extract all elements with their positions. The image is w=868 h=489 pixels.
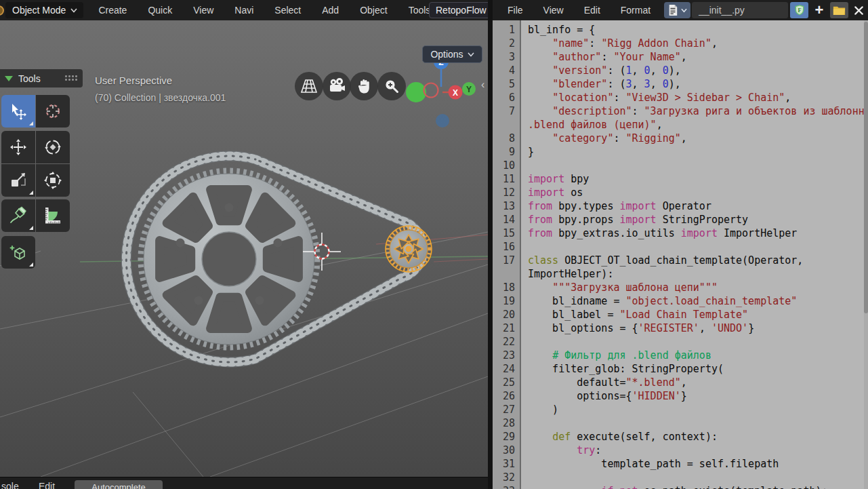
add-cube-tool-button[interactable] — [1, 236, 35, 269]
line-number: 12 — [493, 186, 520, 199]
menu-format[interactable]: Format — [619, 5, 652, 16]
line-number: 27 — [493, 403, 520, 416]
axis-neg-z-ball[interactable] — [436, 114, 449, 128]
region-divider[interactable] — [488, 0, 493, 489]
code-row: bl_info = { — [528, 23, 864, 37]
big-sprocket-mesh[interactable] — [141, 171, 317, 347]
text-editor[interactable]: 1234567891011121314151617181920212223242… — [493, 20, 868, 489]
menu-quick[interactable]: Quick — [146, 5, 173, 16]
line-number: 25 — [493, 376, 520, 389]
pan-view-button[interactable] — [350, 72, 378, 100]
code-row: template_path = self.filepath — [528, 457, 864, 471]
line-number: 30 — [493, 444, 520, 457]
annotate-tool-button[interactable] — [1, 199, 35, 232]
console-edit-menu[interactable]: Edit — [39, 481, 55, 489]
zoom-icon — [384, 78, 400, 94]
3d-viewport[interactable]: X Y Z User Perspective (70) Collection |… — [0, 20, 488, 477]
cursor-tool-button[interactable] — [36, 95, 70, 128]
chevron-down-icon — [468, 52, 474, 57]
viewport-header: Object Mode Create Quick View Navi Selec… — [0, 0, 488, 20]
menu-view-2[interactable]: View — [542, 5, 565, 16]
code-row: "name": "Rigg Addon Chain", — [528, 37, 864, 50]
code-rows[interactable]: bl_info = { "name": "Rigg Addon Chain", … — [522, 20, 864, 489]
drag-handle-icon[interactable] — [65, 75, 78, 81]
rotate-tool-button[interactable] — [36, 131, 70, 163]
line-number: 14 — [493, 213, 520, 227]
menu-file[interactable]: File — [506, 5, 524, 16]
line-number: 28 — [493, 416, 520, 430]
autocomplete-button[interactable]: Autocomplete — [75, 480, 163, 489]
small-sprocket-selected[interactable] — [386, 226, 432, 272]
line-number: 6 — [493, 91, 520, 104]
line-number: 4 — [493, 64, 520, 77]
code-row — [528, 471, 864, 484]
code-row: "description": "Загрузка рига и объектов… — [528, 104, 864, 118]
close-icon — [854, 5, 864, 16]
measure-ruler-icon — [43, 206, 62, 225]
text-datablock-dropdown[interactable] — [664, 2, 690, 18]
code-row — [528, 240, 864, 254]
code-row: import os — [528, 186, 864, 199]
menu-select[interactable]: Select — [273, 5, 302, 16]
camera-icon — [328, 78, 346, 94]
transform-icon — [43, 171, 62, 190]
collapse-triangle-icon[interactable] — [5, 76, 13, 81]
scale-tool-button[interactable] — [1, 164, 35, 197]
console-menu-partial[interactable]: sole — [1, 481, 19, 489]
line-number: 26 — [493, 389, 520, 403]
camera-view-button[interactable] — [323, 72, 351, 100]
object-mode-dropdown[interactable]: Object Mode — [5, 2, 83, 18]
axis-y-ball[interactable] — [406, 82, 426, 102]
menu-navi[interactable]: Navi — [233, 5, 255, 16]
retopoflow-button[interactable]: RetopoFlow 3 — [429, 2, 488, 18]
code-row: ) — [528, 403, 864, 416]
select-tweak-tool-button[interactable] — [1, 95, 35, 128]
zoom-view-button[interactable] — [377, 72, 406, 100]
shield-f-icon: F — [793, 3, 806, 17]
close-editor-button[interactable] — [850, 2, 868, 18]
code-row: options={'HIDDEN'} — [528, 389, 864, 403]
sidebar-collapse-chevron[interactable]: ‹ — [481, 79, 484, 91]
code-row — [528, 159, 864, 172]
editor-type-icon[interactable] — [0, 5, 4, 16]
measure-tool-button[interactable] — [36, 199, 70, 232]
code-row: "blender": (3, 3, 0), — [528, 77, 864, 91]
grid-icon — [300, 79, 318, 94]
line-number: 19 — [493, 294, 520, 308]
line-number: 21 — [493, 321, 520, 335]
code-row — [528, 416, 864, 430]
filename-field[interactable]: __init__.py — [692, 2, 788, 18]
filename-text: __init__.py — [699, 5, 745, 16]
open-text-button[interactable] — [830, 2, 848, 18]
transform-tool-button[interactable] — [36, 164, 70, 197]
editor-scrollbar[interactable] — [864, 20, 868, 489]
navigation-gizmo[interactable]: X Y Z — [406, 54, 476, 128]
line-number: 16 — [493, 240, 520, 254]
code-row: bl_idname = "object.load_chain_template" — [528, 294, 864, 308]
menu-view[interactable]: View — [192, 5, 215, 16]
menu-add[interactable]: Add — [321, 5, 340, 16]
tools-panel-header[interactable]: Tools — [0, 69, 83, 87]
move-tool-button[interactable] — [1, 131, 35, 163]
code-row — [528, 335, 864, 349]
new-text-button[interactable]: + — [810, 2, 828, 18]
menu-tools[interactable]: Tools — [407, 5, 432, 16]
scrollbar-thumb[interactable] — [864, 22, 868, 313]
line-number: 17 — [493, 254, 520, 267]
code-row: from bpy.props import StringProperty — [528, 213, 864, 227]
line-number: 3 — [493, 50, 520, 64]
code-row: "location": "View3D > Sidebar > Chain", — [528, 91, 864, 104]
menu-create[interactable]: Create — [97, 5, 128, 16]
code-row: def execute(self, context): — [528, 430, 864, 444]
menu-edit[interactable]: Edit — [583, 5, 602, 16]
line-number: 24 — [493, 362, 520, 376]
axis-y-label: Y — [466, 85, 472, 94]
line-number: 9 — [493, 145, 520, 159]
code-row: # Фильтр для .blend файлов — [528, 349, 864, 362]
menu-object[interactable]: Object — [358, 5, 388, 16]
line-numbers: 1234567891011121314151617181920212223242… — [493, 20, 521, 489]
shield-f-button[interactable]: F — [790, 2, 808, 18]
blender-window: Object Mode Create Quick View Navi Selec… — [0, 0, 868, 489]
options-button[interactable]: Options — [422, 45, 482, 63]
perspective-toggle-button[interactable] — [295, 72, 323, 100]
